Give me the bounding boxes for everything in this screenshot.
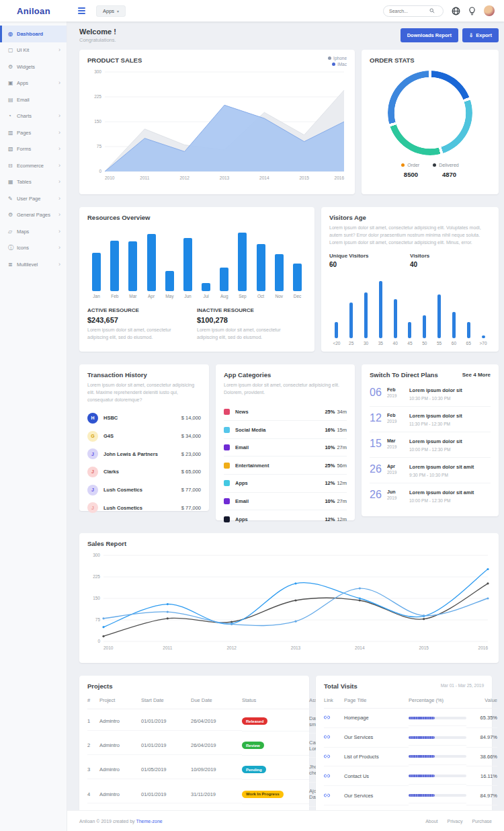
chevron-right-icon: ›	[58, 229, 60, 235]
sidebar-item-dashboard[interactable]: ◎Dashboard	[0, 26, 67, 42]
sidebar-item-ecommerce[interactable]: ⊟Ecommerce›	[0, 157, 67, 174]
category-name: Social Media	[235, 427, 265, 433]
link-cell	[324, 786, 344, 805]
theme-zone-link[interactable]: Theme-zone	[136, 819, 162, 824]
category-name: Entertainment	[235, 463, 269, 469]
link-icon[interactable]	[324, 793, 330, 797]
sidebar-item-forms[interactable]: ▧Forms›	[0, 141, 67, 158]
sidebar-item-label: UI Kit	[17, 47, 29, 53]
category-stats: 10%27m	[325, 498, 347, 504]
svg-text:150: 150	[94, 119, 101, 124]
sidebar-item-apps[interactable]: ▣Apps›	[0, 75, 67, 92]
status-badge: Pending	[242, 766, 266, 773]
visitors-value: 40	[410, 261, 491, 268]
category-percent: 25%	[325, 463, 335, 469]
link-icon[interactable]	[324, 754, 330, 758]
column-header: Due Date	[191, 691, 242, 709]
plan-day: 26	[370, 489, 384, 501]
sidebar-item-pages[interactable]: ▥Pages›	[0, 124, 67, 141]
plan-item: 15Mar2019Lorem ipsum dolor sit10:00 PM -…	[370, 432, 491, 458]
status-badge: Released	[242, 717, 267, 725]
project-num: 4	[87, 785, 99, 803]
menu-toggle-icon[interactable]	[77, 6, 87, 15]
link-icon[interactable]	[324, 715, 330, 719]
app-categories-list: News25%34mSocial Media16%15mEmail10%27mE…	[224, 403, 347, 528]
plan-year: 2019	[387, 496, 403, 500]
column-header: Value	[466, 691, 497, 709]
legend-dot	[433, 163, 436, 167]
order-stats-title: ORDER STATS	[370, 56, 491, 64]
column-header: Status	[242, 691, 309, 709]
sidebar-item-maps[interactable]: ▱Maps›	[0, 223, 67, 240]
plan-month: Apr	[387, 464, 403, 469]
value-cell: 65.35%	[466, 709, 497, 728]
sales-report-title: Sales Report	[87, 540, 491, 547]
sidebar-item-label: Email	[17, 97, 30, 103]
sales-report-card: Sales Report 300225150750201020112012201…	[79, 533, 499, 663]
search-icon[interactable]	[429, 8, 435, 13]
bar	[379, 281, 382, 338]
category-name: News	[235, 409, 249, 415]
chevron-right-icon: ›	[58, 163, 60, 169]
sidebar-item-ui-kit[interactable]: ▢UI Kit›	[0, 42, 67, 59]
chevron-right-icon: ›	[58, 196, 60, 202]
svg-text:75: 75	[97, 144, 102, 149]
footer-link-purchase[interactable]: Purchase	[472, 819, 492, 824]
bar-column	[447, 274, 462, 338]
sidebar-item-general-pages[interactable]: ⚙General Pages›	[0, 207, 67, 224]
charts-icon: ◔	[8, 113, 17, 119]
progress-fill	[409, 717, 435, 719]
transaction-history-card: Transaction History Lorem ipsum dolor si…	[79, 364, 209, 511]
sidebar-item-widgets[interactable]: ⚙Widgets	[0, 58, 67, 75]
svg-text:300: 300	[93, 553, 100, 557]
bar-label: 65	[461, 341, 476, 346]
sidebar-item-icons[interactable]: ⓘIcons›	[0, 240, 67, 257]
bar-column	[233, 229, 251, 291]
avatar[interactable]	[484, 5, 495, 16]
app-category-row: Entertainment25%56m	[224, 457, 347, 475]
order-stats-values: 85004870	[370, 171, 491, 178]
footer-link-privacy[interactable]: Privacy	[447, 819, 462, 824]
globe-icon[interactable]	[452, 7, 460, 15]
page-title-cell: Contact Us	[344, 766, 409, 786]
transaction-name: G4S	[103, 433, 114, 439]
order-stats-card: ORDER STATS OrderDelivered 85004870	[362, 50, 499, 194]
search-input[interactable]	[388, 8, 429, 14]
footer-link-about[interactable]: About	[425, 819, 437, 824]
transaction-amount: $ 65,000	[181, 469, 201, 475]
svg-text:300: 300	[94, 69, 101, 74]
plan-time: 10:00 PM - 12:30 PM	[409, 498, 474, 503]
sidebar-item-charts[interactable]: ◔Charts›	[0, 108, 67, 125]
bar	[437, 294, 441, 338]
notifications-icon[interactable]	[468, 7, 476, 15]
bar	[364, 292, 368, 338]
downloads-report-button[interactable]: Downloads Report	[401, 28, 458, 42]
apps-dropdown-label: Apps	[103, 8, 114, 14]
export-button[interactable]: ⇩ Export	[462, 28, 499, 42]
transaction-name: HSBC	[103, 415, 118, 421]
general-pages-icon: ⚙	[8, 212, 17, 218]
sidebar-item-label: Apps	[17, 80, 28, 86]
bar-label: 30	[359, 341, 374, 346]
plan-year: 2019	[387, 470, 403, 475]
svg-text:2013: 2013	[220, 175, 230, 180]
see-more-link[interactable]: See 4 More	[462, 372, 491, 378]
category-name: Email	[235, 444, 249, 450]
link-icon[interactable]	[324, 735, 330, 739]
search-box[interactable]	[383, 5, 444, 17]
link-icon[interactable]	[324, 774, 330, 778]
sidebar-item-multilevel[interactable]: ≣Multilevel›	[0, 256, 67, 273]
project-start-date: 01/01/2019	[141, 737, 191, 755]
apps-dropdown[interactable]: Apps ▾	[96, 5, 126, 17]
category-color-swatch	[224, 480, 230, 486]
unique-visitors-stat: Unique Visitors 60	[329, 253, 410, 268]
progress-track	[409, 755, 466, 758]
svg-text:0: 0	[97, 639, 100, 643]
plan-info: Lorem ipsum dolor sit10:30 PM - 10:30 PM	[409, 387, 462, 401]
page-title-cell: Homepage	[344, 709, 409, 728]
sidebar-item-email[interactable]: ▤Email	[0, 91, 67, 108]
project-num: 2	[87, 737, 99, 755]
chevron-right-icon: ›	[58, 179, 60, 185]
sidebar-item-user-page[interactable]: ✎User Page›	[0, 190, 67, 207]
sidebar-item-tables[interactable]: ▦Tables›	[0, 174, 67, 191]
